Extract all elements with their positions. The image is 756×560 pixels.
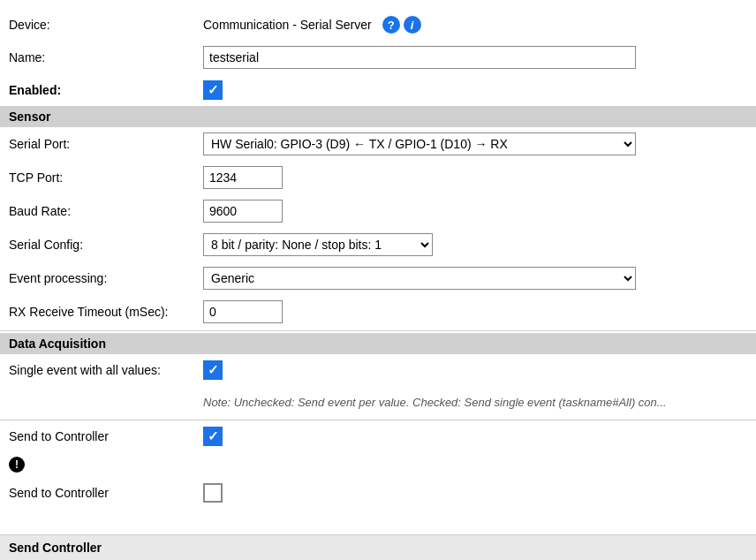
serial-port-select[interactable]: HW Serial0: GPIO-3 (D9) ← TX / GPIO-1 (D… [203,132,636,155]
rx-timeout-input[interactable] [203,300,283,323]
data-acquisition-section-header: Data Acquisition [0,333,756,354]
info-icon[interactable]: i [404,16,421,34]
single-event-checkbox[interactable] [203,360,223,380]
baud-rate-label: Baud Rate: [9,204,203,218]
send-controller-2-checkbox[interactable] [203,483,223,503]
event-processing-select[interactable]: Generic [203,267,636,290]
serial-config-select[interactable]: 8 bit / parity: None / stop bits: 1 [203,233,433,256]
enabled-row: Enabled: [0,74,756,106]
serial-config-label: Serial Config: [9,238,203,252]
warning-row: ! [0,450,756,479]
send-controller-1-checkbox[interactable] [203,427,223,446]
bottom-bar-label: Send Controller [9,541,102,555]
rx-timeout-label: RX Receive Timeout (mSec): [9,305,203,319]
send-controller-2-label: Send to Controller [9,486,203,500]
tcp-port-row: TCP Port: [0,161,756,194]
help-icon[interactable]: ? [382,16,400,34]
note-row: Note: Unchecked: Send event per value. C… [0,386,756,418]
name-label: Name: [9,50,203,64]
enabled-checkbox[interactable] [203,80,223,100]
send-controller-2-row: Send to Controller [0,479,756,507]
tcp-port-label: TCP Port: [9,170,203,185]
warning-icon: ! [9,457,25,473]
single-event-row: Single event with all values: [0,354,756,386]
serial-config-row: Serial Config: 8 bit / parity: None / st… [0,228,756,261]
serial-port-label: Serial Port: [9,137,203,151]
sensor-section-header: Sensor [0,106,756,127]
single-event-label: Single event with all values: [9,363,203,377]
device-label: Device: [9,18,203,32]
event-processing-row: Event processing: Generic [0,261,756,295]
enabled-label: Enabled: [9,83,203,97]
baud-rate-row: Baud Rate: [0,194,756,228]
name-input[interactable] [203,46,636,69]
baud-rate-input[interactable] [203,200,283,223]
event-processing-label: Event processing: [9,271,203,285]
serial-port-row: Serial Port: HW Serial0: GPIO-3 (D9) ← T… [0,127,756,161]
send-controller-1-label: Send to Controller [9,429,203,443]
page: Device: Communication - Serial Server ? … [0,0,756,560]
note-text: Note: Unchecked: Send event per value. C… [203,396,667,409]
send-controller-1-row: Send to Controller [0,422,756,450]
tcp-port-input[interactable] [203,166,283,189]
name-row: Name: [0,41,756,74]
rx-timeout-row: RX Receive Timeout (mSec): [0,295,756,329]
bottom-bar: Send Controller [0,534,756,560]
comm-title: Communication - Serial Server [203,18,372,32]
device-row: Device: Communication - Serial Server ? … [0,9,756,41]
